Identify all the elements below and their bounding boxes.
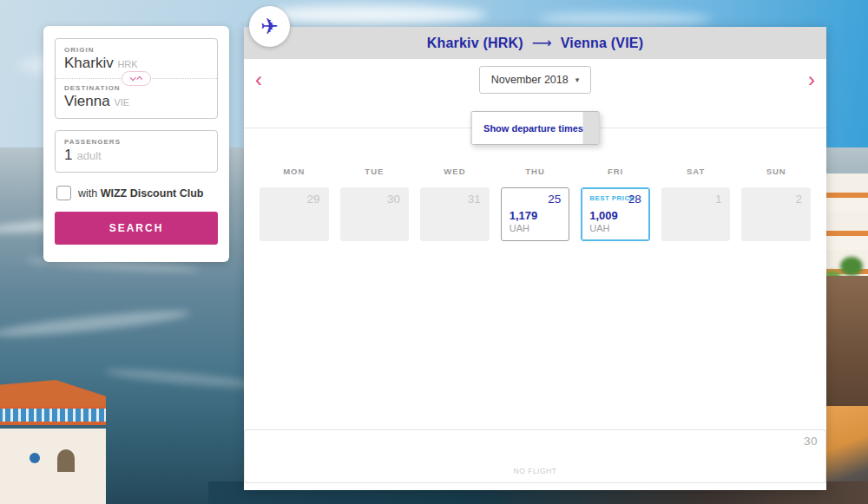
- weekday-label: TUE: [340, 167, 410, 176]
- day-number: 30: [387, 193, 400, 206]
- chevron-up-icon: [136, 76, 142, 82]
- bg-house: [0, 380, 106, 504]
- bg-cloud: [538, 12, 712, 26]
- day-number: 28: [628, 193, 641, 206]
- weekday-label: FRI: [581, 167, 650, 176]
- calendar-day-cell: 2: [741, 187, 811, 241]
- swap-direction-button[interactable]: [122, 71, 151, 86]
- route-arrow-icon: ⟶: [532, 35, 552, 51]
- passengers-value: 1 adult: [64, 147, 208, 164]
- destination-field[interactable]: DESTINATION Vienna VIE: [64, 84, 208, 110]
- wizz-discount-checkbox[interactable]: [56, 186, 71, 200]
- bg-palm: [840, 257, 863, 276]
- plane-icon: ✈: [260, 16, 279, 37]
- origin-code: HRK: [117, 59, 137, 69]
- day-number: 1: [715, 193, 722, 206]
- calendar-day-cell: 1: [661, 187, 731, 241]
- fare-price: 1,179UAH: [510, 209, 538, 235]
- route-fieldbox: ORIGIN Kharkiv HRK DESTINATION Vienna VI…: [55, 38, 218, 119]
- route-divider: [56, 78, 217, 79]
- calendar-day-cell[interactable]: 251,179UAH: [501, 187, 570, 241]
- bg-rocks: [823, 276, 868, 428]
- day-number: 30: [804, 435, 818, 448]
- fare-amount: 1,009: [589, 209, 618, 223]
- calendar-day-cell[interactable]: BEST PRICE281,009UAH: [581, 187, 650, 241]
- flight-search-card: ORIGIN Kharkiv HRK DESTINATION Vienna VI…: [43, 26, 229, 262]
- route-destination-title: Vienna (VIE): [561, 36, 643, 51]
- origin-field[interactable]: ORIGIN Kharkiv HRK: [64, 46, 208, 72]
- calendar-day-cell: 30: [340, 187, 410, 241]
- bg-house-wall: [0, 429, 106, 504]
- weekday-header-row: MONTUEWEDTHUFRISATSUN: [260, 167, 811, 176]
- departure-toggle-zone: Show departure times: [244, 101, 826, 161]
- previous-month-button[interactable]: ‹: [255, 69, 262, 90]
- calendar-grid: 2930311NO FLIGHT2NO FLIGHT3NO FLIGHT4NO …: [260, 187, 811, 241]
- fare-calendar-panel: ✈ Kharkiv (HRK) ⟶ Vienna (VIE) ‹ Novembe…: [244, 27, 826, 490]
- weekday-label: MON: [260, 167, 329, 176]
- app-screen: ORIGIN Kharkiv HRK DESTINATION Vienna VI…: [0, 0, 868, 504]
- bg-house-lamp: [30, 453, 40, 463]
- bg-house-roof: [0, 380, 106, 409]
- show-departure-times-button[interactable]: Show departure times: [470, 111, 600, 145]
- no-flight-label: NO FLIGHT: [245, 467, 825, 475]
- calendar-day-cell: 30NO FLIGHT: [244, 429, 826, 483]
- search-button[interactable]: SEARCH: [55, 212, 218, 245]
- route-origin-title: Kharkiv (HRK): [427, 36, 523, 51]
- calendar-day-cell: 31: [420, 187, 490, 241]
- calendar: MONTUEWEDTHUFRISATSUN 2930311NO FLIGHT2N…: [244, 167, 826, 241]
- destination-code: VIE: [114, 97, 129, 108]
- discount-club-row: with WIZZ Discount Club: [56, 186, 216, 200]
- origin-value: Kharkiv HRK: [64, 55, 208, 72]
- fare-currency: UAH: [510, 223, 538, 235]
- passengers-label: PASSENGERS: [64, 138, 208, 146]
- fare-amount: 1,179: [510, 209, 538, 223]
- caret-down-icon: ▾: [575, 75, 580, 84]
- weekday-label: THU: [501, 167, 570, 176]
- fare-price: 1,009UAH: [589, 209, 618, 235]
- passengers-field[interactable]: PASSENGERS 1 adult: [55, 130, 218, 173]
- plane-badge: ✈: [249, 6, 290, 47]
- destination-value: Vienna VIE: [64, 93, 208, 110]
- passenger-type: adult: [76, 149, 101, 162]
- day-number: 31: [468, 193, 481, 206]
- origin-label: ORIGIN: [64, 46, 208, 54]
- passenger-count: 1: [64, 147, 72, 164]
- route-header-bar: ✈ Kharkiv (HRK) ⟶ Vienna (VIE): [244, 27, 826, 59]
- calendar-day-cell: 29: [260, 187, 329, 241]
- month-select[interactable]: November 2018 ▾: [479, 66, 591, 94]
- bg-cloud: [260, 5, 486, 24]
- day-number: 29: [307, 193, 320, 206]
- next-month-button[interactable]: ›: [808, 69, 815, 90]
- month-select-value: November 2018: [491, 74, 569, 86]
- day-number: 25: [548, 193, 561, 206]
- day-number: 2: [795, 193, 802, 206]
- bg-house-railing: [0, 406, 106, 425]
- weekday-label: SAT: [661, 167, 731, 176]
- bg-house-window: [57, 449, 75, 472]
- month-navigation: ‹ November 2018 ▾ ›: [244, 59, 826, 101]
- discount-club-label: with WIZZ Discount Club: [78, 187, 203, 200]
- weekday-label: WED: [420, 167, 490, 176]
- chevron-down-icon: [130, 75, 136, 81]
- weekday-label: SUN: [741, 167, 811, 176]
- fare-currency: UAH: [589, 223, 618, 235]
